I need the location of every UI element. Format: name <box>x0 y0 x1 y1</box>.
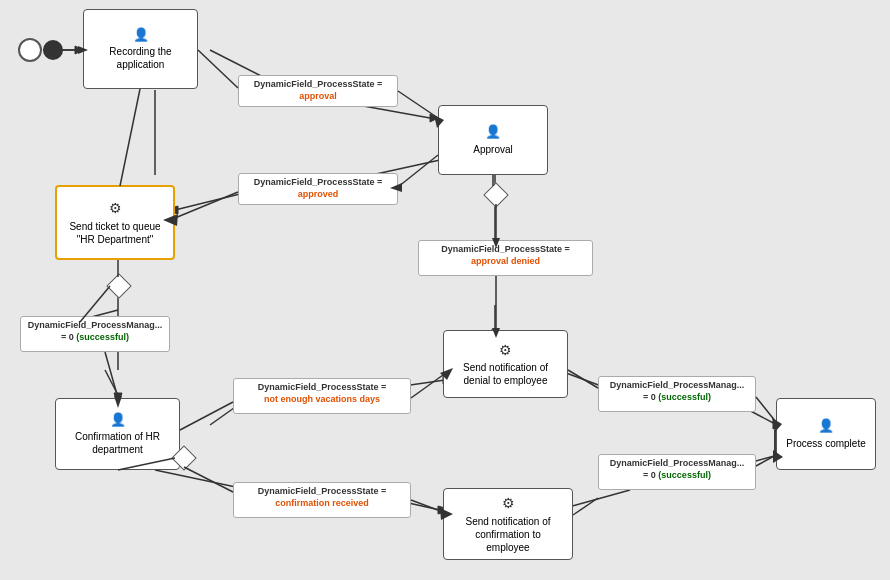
recording-label: Recording the application <box>109 45 171 71</box>
label-successful-right-bottom: DynamicField_ProcessManag...= 0 (success… <box>598 454 756 490</box>
person-icon: 👤 <box>133 27 149 44</box>
service-icon-confirmation: ⚙ <box>502 494 515 512</box>
diamond-queue <box>106 273 131 298</box>
process-complete-label: Process complete <box>786 437 865 450</box>
person-icon-hr: 👤 <box>110 412 126 429</box>
confirmation-hr-label: Confirmation of HRdepartment <box>75 430 160 456</box>
svg-line-33 <box>198 50 238 88</box>
svg-line-57 <box>184 467 233 492</box>
label-approval-state: DynamicField_ProcessState = approval <box>238 75 398 107</box>
label-successful-left: DynamicField_ProcessManag...= 0 (success… <box>20 316 170 352</box>
svg-line-53 <box>568 370 598 388</box>
svg-line-34 <box>398 91 438 118</box>
person-icon-complete: 👤 <box>818 418 834 435</box>
label-confirmation-received: DynamicField_ProcessState = confirmation… <box>233 482 411 518</box>
send-denial-label: Send notification ofdenial to employee <box>463 361 548 387</box>
send-confirmation-label: Send notification ofconfirmation toemplo… <box>465 515 550 554</box>
svg-line-43 <box>175 192 238 218</box>
svg-line-60 <box>573 498 598 515</box>
label-approved-state: DynamicField_ProcessState = approved <box>238 173 398 205</box>
service-icon-denial: ⚙ <box>499 341 512 359</box>
approval-node[interactable]: 👤 Approval <box>438 105 548 175</box>
send-queue-label: Send ticket to queue"HR Department" <box>69 220 160 246</box>
svg-line-16 <box>105 370 118 395</box>
start-event <box>18 38 42 62</box>
svg-line-45 <box>120 89 140 186</box>
approval-label: Approval <box>473 143 512 156</box>
svg-line-61 <box>756 455 776 466</box>
send-queue-node[interactable]: ⚙ Send ticket to queue"HR Department" <box>55 185 175 260</box>
diagram-canvas: 👤 Recording the application DynamicField… <box>0 0 890 580</box>
label-not-enough: DynamicField_ProcessState = not enough v… <box>233 378 411 414</box>
svg-line-51 <box>411 375 443 398</box>
svg-line-41 <box>398 155 438 187</box>
person-icon-approval: 👤 <box>485 124 501 141</box>
label-approval-denied: DynamicField_ProcessState = approval den… <box>418 240 593 276</box>
svg-line-58 <box>411 500 443 512</box>
svg-line-54 <box>756 397 776 422</box>
svg-marker-4 <box>430 114 438 122</box>
svg-line-50 <box>180 402 233 430</box>
send-confirmation-node[interactable]: ⚙ Send notification ofconfirmation toemp… <box>443 488 573 560</box>
svg-line-48 <box>105 352 118 398</box>
service-icon-queue: ⚙ <box>109 199 122 217</box>
send-denial-node[interactable]: ⚙ Send notification ofdenial to employee <box>443 330 568 398</box>
diamond-approval <box>483 182 508 207</box>
process-complete-node[interactable]: 👤 Process complete <box>776 398 876 470</box>
label-successful-right-top: DynamicField_ProcessManag...= 0 (success… <box>598 376 756 412</box>
start-trigger <box>43 40 63 60</box>
confirmation-hr-node[interactable]: 👤 Confirmation of HRdepartment <box>55 398 180 470</box>
recording-application-node[interactable]: 👤 Recording the application <box>83 9 198 89</box>
svg-marker-1 <box>75 46 83 54</box>
